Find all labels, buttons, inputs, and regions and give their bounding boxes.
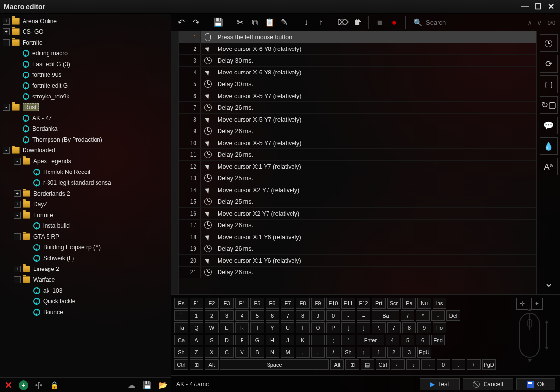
redo-button[interactable]: ↷ xyxy=(189,16,203,29)
record-button[interactable]: ● xyxy=(388,16,401,29)
tree-item[interactable]: Building Eclipse rp (Y) xyxy=(1,242,168,253)
key-5[interactable]: 5 xyxy=(250,310,264,321)
key-q[interactable]: Q xyxy=(190,322,203,333)
tree-item[interactable]: fortnite 90s xyxy=(1,70,168,80)
key-sh[interactable]: Sh xyxy=(341,347,355,358)
key-k[interactable]: K xyxy=(296,335,310,345)
key-[interactable]: / xyxy=(326,347,340,358)
cancel-button[interactable]: Cancell xyxy=(463,378,513,390)
search-prev-button[interactable]: ∧ xyxy=(527,19,532,26)
tree-folder[interactable]: -Rust xyxy=(1,102,168,113)
key-7[interactable]: 7 xyxy=(281,310,294,321)
macro-tree[interactable]: +Arena Online+CS- GO-Fortniteediting mac… xyxy=(0,14,171,377)
tree-folder[interactable]: +Lineage 2 xyxy=(1,264,168,274)
paste-button[interactable]: 📋 xyxy=(263,16,276,29)
key-ins[interactable]: Ins xyxy=(433,298,446,309)
key-g[interactable]: G xyxy=(250,335,264,345)
key-0[interactable]: 0 xyxy=(437,359,450,370)
cloud-button[interactable]: ☁ xyxy=(126,380,137,391)
mouse-diagram-icon[interactable] xyxy=(508,306,552,365)
step-row[interactable]: 5Delay 30 ms. xyxy=(179,78,536,90)
key-[interactable]: ← xyxy=(391,359,405,370)
tree-folder[interactable]: -Apex Legends xyxy=(1,156,168,167)
step-row[interactable]: 17Delay 26 ms. xyxy=(179,220,536,231)
tree-item[interactable]: fortnite edit G xyxy=(1,80,168,91)
key-pa[interactable]: Pa xyxy=(402,298,416,309)
add-button[interactable]: + xyxy=(19,380,28,390)
step-row[interactable]: 6Move cursor X-5 Y7 (relatively) xyxy=(179,90,536,102)
key-del[interactable]: Del xyxy=(446,310,460,321)
tree-item[interactable]: ak_103 xyxy=(1,285,168,296)
step-row[interactable]: 21Delay 26 ms. xyxy=(179,267,536,278)
insert-comment-button[interactable]: 💬 xyxy=(540,117,558,134)
key-ctrl[interactable]: Ctrl xyxy=(174,359,188,370)
key-ctrl[interactable]: Ctrl xyxy=(376,359,390,370)
expander-icon[interactable]: - xyxy=(14,158,21,165)
panel-collapse-button[interactable]: ⌄ xyxy=(544,277,553,290)
tree-item[interactable]: Hemlok No Recoil xyxy=(1,167,168,177)
key-[interactable]: ▤ xyxy=(361,359,374,370)
key-f[interactable]: F xyxy=(235,335,249,345)
tree-item[interactable]: AK - 47 xyxy=(1,113,168,123)
step-row[interactable]: 7Delay 26 ms. xyxy=(179,102,536,114)
key-f12[interactable]: F12 xyxy=(357,298,370,309)
step-row[interactable]: 1Press the left mouse button xyxy=(179,31,536,43)
tree-item[interactable]: Thompson (By Prodaction) xyxy=(1,134,168,145)
tree-item[interactable]: Bounce xyxy=(1,307,168,318)
stop-button[interactable]: ■ xyxy=(373,16,387,29)
key-ta[interactable]: Ta xyxy=(174,322,188,333)
key-alt[interactable]: Alt xyxy=(330,359,344,370)
insert-color-button[interactable]: 💧 xyxy=(540,137,558,155)
insert-block-button[interactable]: ▢ xyxy=(540,75,558,93)
key-f10[interactable]: F10 xyxy=(326,298,340,309)
tree-folder[interactable]: -Fortnite xyxy=(1,210,168,220)
tree-folder[interactable]: -GTA 5 RP xyxy=(1,231,168,242)
key-f1[interactable]: F1 xyxy=(190,298,203,309)
key-f11[interactable]: F11 xyxy=(341,298,355,309)
tree-item[interactable]: Quick tackle xyxy=(1,296,168,307)
lock-button[interactable]: 🔒 xyxy=(49,380,60,391)
key-6[interactable]: 6 xyxy=(266,310,279,321)
key-y[interactable]: Y xyxy=(266,322,279,333)
tree-folder[interactable]: -Downloaded xyxy=(1,145,168,156)
tree-item[interactable]: insta build xyxy=(1,220,168,231)
key-u[interactable]: U xyxy=(281,322,294,333)
copy-button[interactable]: ⧉ xyxy=(248,16,262,29)
expander-icon[interactable]: - xyxy=(3,39,10,46)
search-next-button[interactable]: ∨ xyxy=(537,19,542,26)
key-[interactable]: - xyxy=(341,310,355,321)
key-f2[interactable]: F2 xyxy=(205,298,219,309)
expander-icon[interactable]: - xyxy=(14,276,21,283)
key-o[interactable]: O xyxy=(311,322,325,333)
key-prt[interactable]: Prt xyxy=(372,298,386,309)
tree-folder[interactable]: -Fortnite xyxy=(1,37,168,48)
key-[interactable]: ] xyxy=(357,322,370,333)
tree-folder[interactable]: +DayZ xyxy=(1,199,168,210)
step-row[interactable]: 4Move cursor X-6 Y8 (relatively) xyxy=(179,67,536,78)
step-row[interactable]: 11Delay 26 ms. xyxy=(179,149,536,161)
key-[interactable]: ↑ xyxy=(357,347,370,358)
key-[interactable]: - xyxy=(431,310,445,321)
insert-text-button[interactable]: Aᵃ xyxy=(540,158,558,175)
expander-icon[interactable]: + xyxy=(3,28,10,35)
key-[interactable]: , xyxy=(296,347,310,358)
edit-button[interactable]: ✎ xyxy=(277,16,291,29)
tree-item[interactable]: editing macro xyxy=(1,48,168,59)
undo-button[interactable]: ↶ xyxy=(174,16,188,29)
key-ho[interactable]: Ho xyxy=(433,322,446,333)
expander-icon[interactable]: + xyxy=(3,18,10,24)
key-t[interactable]: T xyxy=(250,322,264,333)
key-sh[interactable]: Sh xyxy=(174,347,188,358)
ok-button[interactable]: Ok xyxy=(516,378,555,390)
key-h[interactable]: H xyxy=(266,335,279,345)
key-1[interactable]: 1 xyxy=(372,347,386,358)
expander-icon[interactable]: + xyxy=(14,201,21,208)
key-i[interactable]: I xyxy=(296,322,310,333)
expander-icon[interactable]: - xyxy=(3,147,10,154)
insert-delay-button[interactable] xyxy=(540,34,558,52)
key-f5[interactable]: F5 xyxy=(250,298,264,309)
key-[interactable]: * xyxy=(416,310,430,321)
key-f6[interactable]: F6 xyxy=(266,298,279,309)
key-f8[interactable]: F8 xyxy=(296,298,310,309)
key-alt[interactable]: Alt xyxy=(205,359,219,370)
